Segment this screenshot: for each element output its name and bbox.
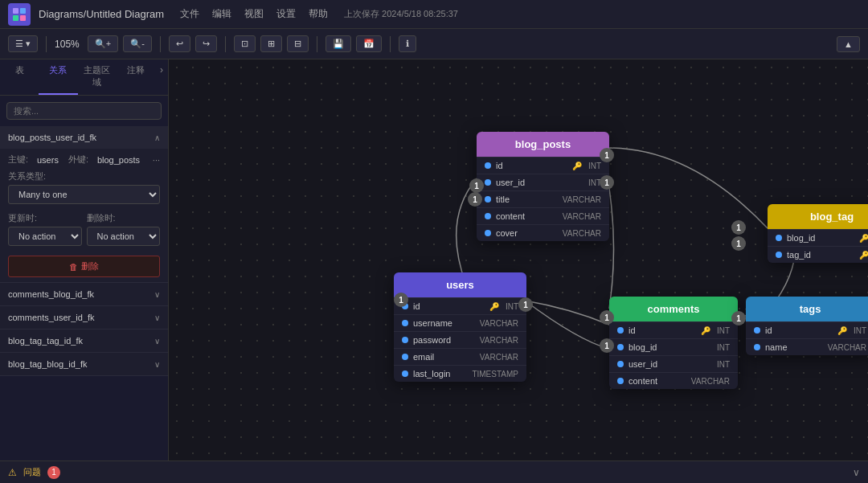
on-delete-select[interactable]: No action Cascade Set null [87,227,161,246]
calendar-button[interactable]: 📅 [356,35,382,52]
delete-fk-button[interactable]: 🗑 删除 [8,256,160,277]
info-button[interactable]: ℹ [399,35,416,52]
search-box [0,96,168,126]
menu-view[interactable]: 视图 [244,7,264,21]
field-dot [617,378,624,384]
save-button[interactable]: 💾 [326,35,351,52]
rel-circle-11: 1 [394,293,408,307]
frame2-button[interactable]: ⊞ [260,35,282,52]
menu-edit[interactable]: 编辑 [212,7,231,21]
delete-label: 删除时: [87,212,161,224]
svg-rect-1 [20,8,26,14]
diagram-canvas[interactable]: 1 1 1 1 1 1 1 1 1 1 1 blog_posts id 🔑 IN… [169,59,868,460]
fk-name-blog-tag-tag: blog_tag_tag_id_fk [8,336,83,346]
rel-circle-9: 1 [731,236,746,251]
fk-item-comments-blog: comments_blog_id_fk ∨ [0,283,168,306]
format-button[interactable]: ☰ ▾ [8,35,38,52]
blog-posts-field-title[interactable]: title VARCHAR [477,190,609,207]
comments-field-blog-id[interactable]: blog_id INT [609,338,738,355]
sidebar: 表 关系 主题区域 注释 › blog_posts_user_id_fk ∧ 主… [0,59,169,460]
sidebar-expand-arrow[interactable]: › [155,59,168,95]
fk-header-blog-tag-tag[interactable]: blog_tag_tag_id_fk ∨ [0,330,168,352]
menu-help[interactable]: 帮助 [309,7,328,21]
tab-relation[interactable]: 关系 [39,59,77,95]
blog-posts-header: blog_posts [477,132,609,157]
rel-circle-4: 1 [600,175,614,190]
fk-chevron-3: ∨ [154,337,160,346]
fk-more-button[interactable]: ··· [153,155,160,165]
table-comments[interactable]: comments id 🔑 INT blog_id INT user_id IN… [609,297,738,389]
field-key-icon: 🔑 [701,326,710,335]
comments-field-id[interactable]: id 🔑 INT [609,321,738,338]
relation-type-label: 关系类型: [8,170,160,182]
fk-item-blog-tag-tag: blog_tag_tag_id_fk ∨ [0,330,168,353]
rel-circle-2: 1 [468,192,482,207]
users-field-username[interactable]: username VARCHAR [394,314,526,331]
field-name: last_login [413,369,467,379]
users-body: id 🔑 INT username VARCHAR password VARCH… [394,297,526,382]
toolbar: ☰ ▾ 105% 🔍+ 🔍- ↩ ↪ ⊡ ⊞ ⊟ 💾 📅 ℹ ▲ [0,29,868,59]
app-logo [8,3,31,26]
frame3-button[interactable]: ⊟ [287,35,309,52]
field-type: VARCHAR [480,319,518,328]
statusbar-expand[interactable]: ∨ [853,467,860,478]
tab-theme[interactable]: 主题区域 [78,59,117,95]
update-group: 更新时: No action Cascade Set null [8,207,82,249]
zoom-in-button[interactable]: 🔍+ [88,35,118,52]
fk-header-comments-user[interactable]: comments_user_id_fk ∨ [0,306,168,329]
comments-field-content[interactable]: content VARCHAR [609,372,738,389]
blog-posts-field-user-id[interactable]: user_id INT [477,174,609,190]
field-dot [617,361,624,367]
field-type: INT [717,360,730,369]
field-name: content [628,376,686,386]
delete-icon: 🗑 [69,262,78,272]
users-field-password[interactable]: password VARCHAR [394,331,526,348]
blog-tag-field-blog-id[interactable]: blog_id 🔑 INT [768,229,868,246]
fk-name-blog-tag-blog: blog_tag_blog_id_fk [8,359,87,369]
tab-note[interactable]: 注释 [117,59,155,95]
blog-posts-field-id[interactable]: id 🔑 INT [477,157,609,174]
titlebar: Diagrams/Untitled Diagram 文件 编辑 视图 设置 帮助… [0,0,868,29]
field-name: content [496,211,558,221]
comments-field-user-id[interactable]: user_id INT [609,355,738,372]
rel-circle-5: 1 [518,297,533,312]
zoom-level: 105% [55,39,80,50]
menu-settings[interactable]: 设置 [276,7,296,21]
blog-tag-body: blog_id 🔑 INT tag_id 🔑 INT [768,229,868,263]
fk-header-blog-posts-user-id[interactable]: blog_posts_user_id_fk ∧ [0,126,168,149]
blog-posts-field-content[interactable]: content VARCHAR [477,207,609,224]
fk-name-active: blog_posts_user_id_fk [8,133,96,142]
undo-button[interactable]: ↩ [169,35,190,52]
blog-tag-field-tag-id[interactable]: tag_id 🔑 INT [768,246,868,263]
collapse-button[interactable]: ▲ [837,36,860,52]
relation-type-select[interactable]: Many to one One to one Many to many [8,185,160,204]
field-dot [617,327,624,334]
fk-item-blog-tag-blog: blog_tag_blog_id_fk ∨ [0,353,168,376]
menu-file[interactable]: 文件 [180,7,199,21]
users-header: users [394,272,526,297]
field-name: password [413,335,475,345]
users-field-last-login[interactable]: last_login TIMESTAMP [394,365,526,382]
tags-field-name[interactable]: name VARCHAR [746,338,868,355]
inline-selects: 更新时: No action Cascade Set null 删除时: No … [8,207,160,249]
redo-button[interactable]: ↪ [195,35,217,52]
table-users[interactable]: users id 🔑 INT username VARCHAR password… [394,272,526,382]
table-blog-tag[interactable]: blog_tag blog_id 🔑 INT tag_id 🔑 INT [768,204,868,263]
tab-table[interactable]: 表 [0,59,39,95]
frame1-button[interactable]: ⊡ [234,35,256,52]
fk-chevron-4: ∨ [154,360,160,369]
table-blog-posts[interactable]: blog_posts id 🔑 INT user_id INT title VA… [477,132,609,241]
tags-field-id[interactable]: id 🔑 INT [746,321,868,338]
users-field-id[interactable]: id 🔑 INT [394,297,526,314]
blog-posts-field-cover[interactable]: cover VARCHAR [477,224,609,241]
fk-header-comments-blog[interactable]: comments_blog_id_fk ∨ [0,283,168,305]
search-input[interactable] [6,102,162,120]
active-fk-panel: 主键: users 外键: blog_posts ··· 关系类型: Many … [0,149,168,282]
fk-header-blog-tag-blog[interactable]: blog_tag_blog_id_fk ∨ [0,353,168,375]
on-update-select[interactable]: No action Cascade Set null [8,227,82,246]
field-name: username [413,318,475,328]
table-tags[interactable]: tags id 🔑 INT name VARCHAR [746,297,868,355]
zoom-out-button[interactable]: 🔍- [123,35,152,52]
users-field-email[interactable]: email VARCHAR [394,348,526,365]
field-type: VARCHAR [691,377,730,386]
